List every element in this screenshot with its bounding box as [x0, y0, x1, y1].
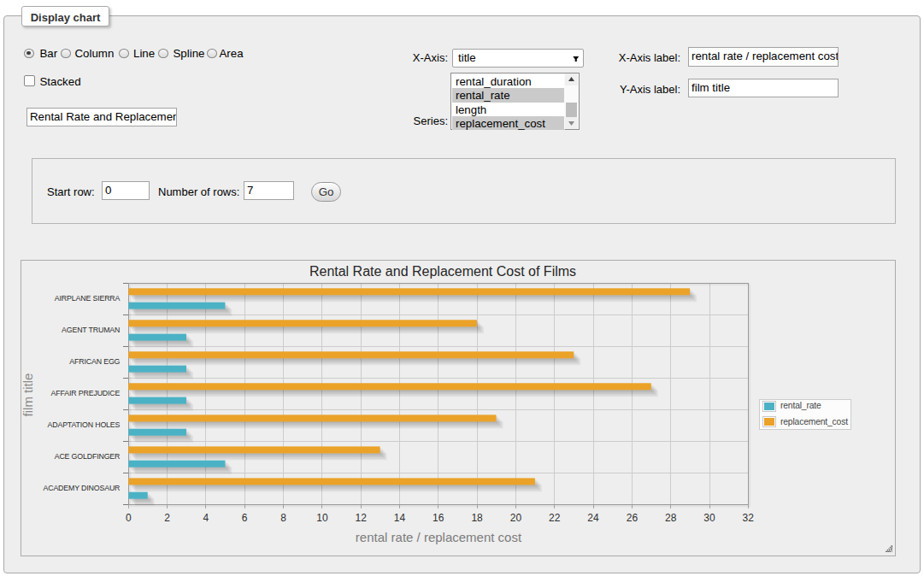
svg-text:ACE GOLDFINGER: ACE GOLDFINGER	[55, 452, 121, 461]
svg-text:28: 28	[665, 512, 677, 524]
svg-text:rental rate / replacement cost: rental rate / replacement cost	[356, 530, 522, 544]
svg-text:24: 24	[587, 512, 599, 524]
svg-text:8: 8	[280, 512, 286, 524]
svg-text:ADAPTATION HOLES: ADAPTATION HOLES	[48, 420, 121, 429]
svg-text:6: 6	[242, 512, 248, 524]
svg-text:20: 20	[510, 512, 522, 524]
svg-text:12: 12	[356, 512, 368, 524]
svg-text:rental_rate: rental_rate	[780, 401, 821, 410]
svg-text:16: 16	[433, 512, 444, 524]
svg-text:AIRPLANE SIERRA: AIRPLANE SIERRA	[55, 294, 121, 303]
svg-text:Rental Rate and Replacement Co: Rental Rate and Replacement Cost of Film…	[309, 264, 576, 279]
svg-text:replacement_cost: replacement_cost	[780, 417, 848, 426]
svg-text:32: 32	[743, 512, 755, 524]
svg-text:ACADEMY DINOSAUR: ACADEMY DINOSAUR	[43, 484, 120, 492]
svg-text:30: 30	[703, 512, 715, 524]
svg-text:AFRICAN EGG: AFRICAN EGG	[69, 357, 120, 366]
svg-text:4: 4	[203, 512, 209, 524]
svg-text:AGENT TRUMAN: AGENT TRUMAN	[62, 326, 120, 334]
svg-text:26: 26	[627, 512, 639, 524]
svg-text:film title: film title	[21, 373, 35, 417]
svg-text:0: 0	[126, 512, 132, 524]
svg-text:18: 18	[471, 512, 483, 524]
svg-text:22: 22	[549, 512, 561, 524]
svg-text:14: 14	[394, 512, 406, 524]
svg-text:AFFAIR PREJUDICE: AFFAIR PREJUDICE	[51, 389, 121, 397]
svg-text:10: 10	[316, 512, 328, 524]
svg-text:2: 2	[164, 512, 170, 524]
